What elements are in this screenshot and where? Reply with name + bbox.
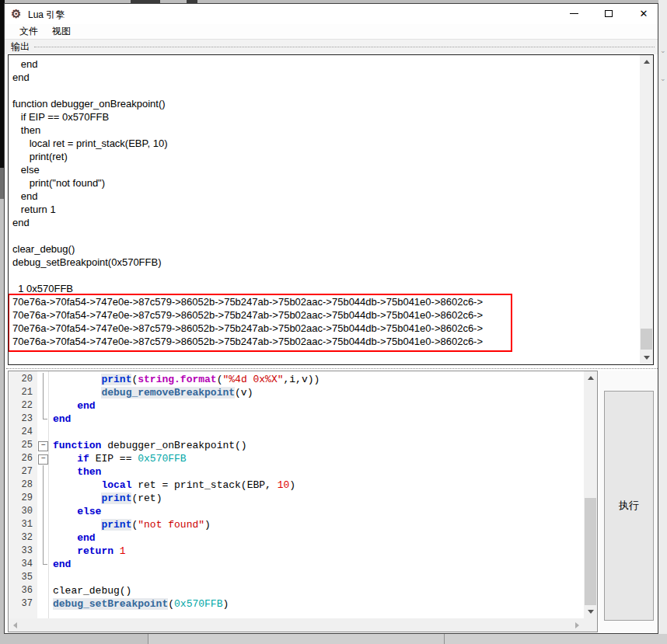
output-memo[interactable]: end end function debugger_onBreakpoint()…: [8, 54, 654, 365]
code-line-34: 34end: [9, 558, 584, 571]
code-rows: 20 print(string.format("%4d 0x%X",i,v))2…: [9, 373, 584, 611]
background-divider: [444, 634, 445, 644]
fold-marker: [37, 399, 49, 413]
fold-marker: [37, 492, 49, 505]
code-line-29: 29 print(ret): [9, 492, 584, 505]
code-text: if EIP == 0x570FFB: [49, 452, 187, 465]
fold-marker: [37, 505, 49, 518]
editor-vertical-scrollbar[interactable]: [584, 371, 597, 618]
scrollbar-thumb[interactable]: [585, 498, 596, 618]
lua-engine-window: ⚙ Lua 引擎 ✕ 文件视图 输出 end end function debu…: [4, 3, 658, 634]
code-line-24: 24: [9, 426, 584, 439]
fold-collapse-icon[interactable]: [37, 452, 49, 465]
code-line-21: 21 debug_removeBreakpoint(v): [9, 386, 584, 399]
code-line-31: 31 print("not found"): [9, 518, 584, 531]
line-number: 26: [9, 452, 37, 465]
code-text: end: [49, 413, 71, 426]
menu-bar: 文件视图: [5, 24, 658, 39]
minimize-button[interactable]: [560, 4, 587, 23]
arrow-down-icon: [644, 356, 650, 360]
line-number: 21: [9, 386, 37, 399]
code-line-27: 27 then: [9, 465, 584, 479]
line-number: 27: [9, 465, 37, 479]
line-number: 35: [9, 571, 37, 584]
window-title: Lua 引擎: [28, 9, 65, 22]
fold-marker: [37, 479, 49, 492]
fold-marker: [37, 558, 49, 571]
title-bar[interactable]: ⚙ Lua 引擎 ✕: [5, 4, 658, 24]
code-text: [49, 426, 53, 439]
code-line-28: 28 local ret = print_stack(EBP, 10): [9, 479, 584, 492]
scroll-down-button[interactable]: [640, 351, 653, 364]
code-text: else: [49, 505, 101, 518]
output-text: end end function debugger_onBreakpoint()…: [9, 55, 639, 348]
scrollbar-thumb[interactable]: [641, 329, 652, 350]
fold-marker: [37, 571, 49, 584]
fold-marker: [37, 373, 49, 386]
line-number: 37: [9, 597, 37, 611]
code-line-30: 30 else: [9, 505, 584, 518]
code-line-26: 26 if EIP == 0x570FFB: [9, 452, 584, 465]
fold-collapse-icon[interactable]: [37, 439, 49, 452]
arrow-down-icon: [588, 610, 594, 614]
scroll-up-button[interactable]: [584, 371, 597, 385]
line-number: 32: [9, 531, 37, 545]
minimize-icon: [570, 13, 578, 14]
maximize-button[interactable]: [595, 4, 622, 23]
output-caption-row: 输出: [5, 39, 658, 54]
code-text: return 1: [49, 545, 126, 558]
code-line-35: 35: [9, 571, 584, 584]
execute-button[interactable]: 执行: [604, 391, 654, 621]
close-icon: ✕: [640, 9, 648, 19]
side-panel: 执行: [599, 371, 658, 632]
background-divider: [148, 634, 148, 644]
background-segment: [0, 634, 148, 644]
scroll-right-button[interactable]: [571, 618, 584, 632]
code-text: clear_debug(): [49, 584, 131, 597]
background-bottom-strip: [0, 634, 667, 644]
fold-marker: [37, 426, 49, 439]
menu-item-0[interactable]: 文件: [12, 23, 45, 40]
editor-horizontal-scrollbar[interactable]: [9, 618, 584, 632]
arrow-up-icon: [588, 376, 594, 380]
line-number: 25: [9, 439, 37, 452]
arrow-right-icon: [575, 622, 579, 628]
code-text: debug_setBreakpoint(0x570FFB): [49, 597, 229, 611]
fold-marker: [37, 518, 49, 531]
chevron-down-icon: ⌄: [660, 47, 666, 54]
line-number: 36: [9, 584, 37, 597]
code-text: debug_removeBreakpoint(v): [49, 386, 253, 399]
scrollbar-corner: [584, 618, 597, 632]
code-line-23: 23end: [9, 413, 584, 426]
fold-marker: [37, 531, 49, 545]
line-number: 33: [9, 545, 37, 558]
output-caption: 输出: [11, 40, 30, 54]
menu-item-1[interactable]: 视图: [45, 23, 78, 40]
code-text: function debugger_onBreakpoint(): [49, 439, 247, 452]
line-number: 31: [9, 518, 37, 531]
scroll-up-button[interactable]: [640, 55, 653, 68]
background-right-sliver: ⌄ ⌄: [658, 0, 667, 635]
line-number: 34: [9, 558, 37, 571]
scroll-down-button[interactable]: [584, 605, 597, 618]
gear-icon: ⚙: [11, 7, 21, 21]
line-number: 22: [9, 399, 37, 413]
code-text: print(string.format("%4d 0x%X",i,v)): [49, 373, 320, 386]
output-scrollbar[interactable]: [640, 55, 653, 364]
line-number: 23: [9, 413, 37, 426]
line-number: 29: [9, 492, 37, 505]
code-editor[interactable]: 20 print(string.format("%4d 0x%X",i,v))2…: [8, 371, 598, 632]
code-text: print(ret): [49, 492, 162, 505]
scroll-left-button[interactable]: [9, 618, 22, 632]
caption-divider: [34, 47, 655, 47]
maximize-icon: [605, 10, 613, 17]
code-line-32: 32 end: [9, 531, 584, 545]
fold-marker: [37, 386, 49, 399]
arrow-up-icon: [644, 60, 650, 64]
code-line-20: 20 print(string.format("%4d 0x%X",i,v)): [9, 373, 584, 386]
code-line-22: 22 end: [9, 399, 584, 413]
close-button[interactable]: ✕: [630, 4, 657, 23]
code-text: end: [49, 531, 96, 545]
chevron-down-icon: ⌄: [660, 75, 666, 82]
line-number: 24: [9, 426, 37, 439]
